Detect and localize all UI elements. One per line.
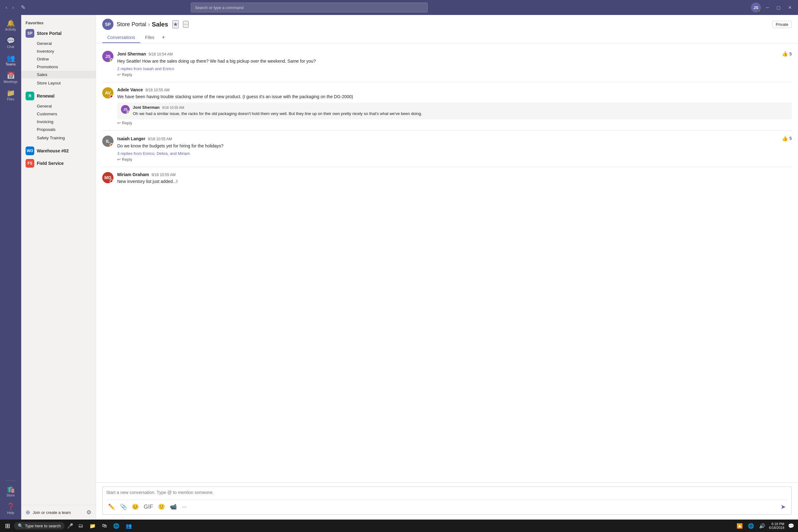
reply-arrow-icon-2: ↩ [117,120,121,125]
nav-item-store[interactable]: 🛍️ Store [2,483,19,499]
taskbar-mic-icon[interactable]: 🎤 [66,522,75,530]
chat-label: Chat [7,45,14,49]
nav-item-chat[interactable]: 💬 Chat [2,35,19,51]
channel-general[interactable]: General [21,40,96,48]
minimize-button[interactable]: ─ [763,4,772,11]
add-tab-button[interactable]: + [159,33,168,43]
channel-invoicing[interactable]: Invoicing [21,118,96,126]
format-text-button[interactable]: ✏️ [106,502,117,511]
taskbar-notification-icon[interactable]: 🔼 [735,522,744,530]
tab-conversations[interactable]: Conversations [102,33,140,43]
msg2-reply-button[interactable]: ↩ Reply [117,120,792,125]
msg1-reply-button[interactable]: ↩ Reply [117,72,792,77]
taskbar-date: 6/18/2018 [769,526,784,530]
compose-input[interactable] [106,490,788,496]
channel-general-name: General [37,41,91,46]
compose-button[interactable]: ✎ [18,3,28,12]
nested-reply-text: Oh we had a similar issue, the racks for… [133,111,788,117]
star-button[interactable]: ★ [172,20,178,28]
channel-tabs: Conversations Files + [102,33,792,43]
msg1-header: Joni Sherman 9/18 10:54 AM 👍 5 [117,51,792,57]
search-bar[interactable] [191,2,428,13]
main-layout: 🔔 Activity 💬 Chat 👥 Teams 📅 Meetings 📁 F… [0,15,798,519]
channel-inventory[interactable]: Inventory [21,48,96,55]
send-button[interactable]: ➤ [779,502,788,512]
team-store-portal[interactable]: SP Store Portal [21,27,96,40]
channel-online[interactable]: Online [21,55,96,63]
sidebar: Favorites SP Store Portal General Invent… [21,15,96,519]
top-right-controls: JS ─ ▢ ✕ [751,2,794,13]
msg2-nested-reply: JS Joni Sherman 9/18 10:55 AM Oh we had … [117,102,792,119]
settings-icon[interactable]: ⚙ [86,509,91,516]
close-button[interactable]: ✕ [785,4,794,11]
attach-button[interactable]: 📎 [118,502,129,511]
taskbar-search[interactable]: 🔍 Type here to search [14,522,64,530]
msg1-like-count: 5 [789,52,792,56]
taskbar-clock: 6:18 PM [772,522,784,526]
start-button[interactable]: ⊞ [2,521,13,531]
taskbar-network-icon[interactable]: 🌐 [746,522,755,530]
nav-item-help[interactable]: ❓ Help [2,501,19,517]
field-service-name: Field Service [37,161,85,166]
join-icon: ⊕ [25,509,30,516]
channel-more-button[interactable]: ··· [183,21,188,28]
msg4-header: Miriam Graham 9/18 10:55 AM [117,172,792,177]
channel-proposals[interactable]: Proposals [21,126,96,133]
channel-store-layout[interactable]: Store Layout ··· [21,78,96,87]
join-create-team[interactable]: ⊕ Join or create a team ⚙ [21,505,96,519]
taskbar-volume-icon[interactable]: 🔊 [758,522,766,530]
divider-3 [102,167,792,167]
msg3-status [110,143,113,147]
nav-item-files[interactable]: 📁 Files [2,87,19,103]
channel-renewal-general[interactable]: General [21,102,96,110]
taskbar-folder-icon[interactable]: 📁 [87,522,98,530]
team-warehouse[interactable]: WO Warehouse #02 ··· [21,145,96,157]
msg3-likes[interactable]: 👍 5 [782,136,792,141]
channel-customers[interactable]: Customers [21,110,96,118]
maximize-button[interactable]: ▢ [774,4,783,11]
channel-sales[interactable]: Sales [21,71,96,78]
search-input[interactable] [195,5,424,10]
msg1-replies-link[interactable]: 2 replies from Isaiah and Enrico [117,66,792,71]
taskbar-time[interactable]: 6:18 PM 6/18/2018 [769,522,784,530]
user-avatar[interactable]: JS [751,2,761,13]
taskbar-notification-center-icon[interactable]: 💬 [787,522,796,530]
msg3-reply-label: Reply [122,157,132,162]
taskbar-search-icon: 🔍 [18,523,23,528]
channel-inventory-name: Inventory [37,49,91,54]
emoji-button[interactable]: 😊 [130,502,140,511]
gif-button[interactable]: GIF [142,502,155,511]
msg3-content: Isaiah Langer 9/18 10:55 AM 👍 5 Do we kn… [117,136,792,162]
like-icon-3: 👍 [782,136,788,141]
taskbar-explorer-icon[interactable]: 🗂 [76,522,86,530]
nav-arrows: ‹ › [4,3,16,12]
taskbar-teams-icon[interactable]: 👥 [123,522,134,530]
renewal-name: Renewal [37,94,91,98]
activity-icon: 🔔 [6,20,15,27]
channel-safety-training[interactable]: Safety Training ··· [21,133,96,142]
nav-item-meetings[interactable]: 📅 Meetings [2,70,19,86]
tab-files[interactable]: Files [140,33,159,43]
msg3-reply-button[interactable]: ↩ Reply [117,157,792,162]
sticker-button[interactable]: 🙂 [156,502,167,511]
nav-item-teams[interactable]: 👥 Teams [2,52,19,69]
taskbar-edge-icon[interactable]: 🌐 [111,522,122,530]
team-field-service[interactable]: FS Field Service ··· [21,157,96,170]
team-renewal[interactable]: R Renewal [21,90,96,102]
channel-proposals-name: Proposals [37,127,91,132]
taskbar-store-icon[interactable]: 🛍 [99,522,109,530]
store-label: Store [6,493,15,497]
forward-button[interactable]: › [10,3,16,12]
channel-promotions[interactable]: Promotions [21,63,96,71]
channel-title-row: SP Store Portal › Sales ★ ··· Private [102,19,792,30]
nav-item-activity[interactable]: 🔔 Activity [2,17,19,34]
msg1-avatar: JS [102,51,113,62]
files-label: Files [7,97,14,101]
msg3-replies-link[interactable]: 3 replies from Enrico, Debra, and Miriam [117,151,792,156]
more-actions-button[interactable]: ··· [180,502,188,511]
favorites-header: Favorites [21,19,96,27]
back-button[interactable]: ‹ [4,3,9,12]
taskbar: ⊞ 🔍 Type here to search 🎤 🗂 📁 🛍 🌐 👥 🔼 🌐 … [0,519,798,532]
meet-button[interactable]: 📹 [168,502,178,511]
msg1-likes[interactable]: 👍 5 [782,51,792,57]
